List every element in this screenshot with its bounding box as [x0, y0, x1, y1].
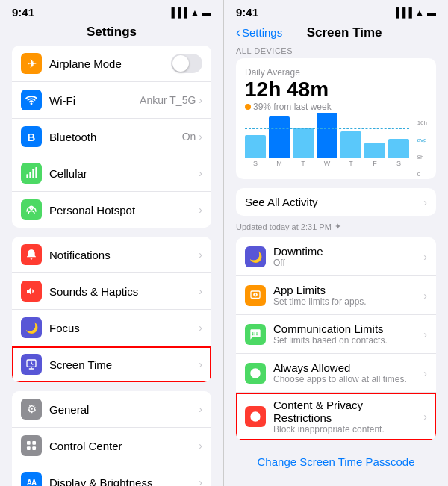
communication-limits-row[interactable]: Communication Limits Set limits based on… — [236, 315, 436, 354]
control-center-chevron: › — [199, 440, 202, 452]
hotspot-row[interactable]: Personal Hotspot › — [12, 192, 211, 228]
focus-chevron: › — [199, 322, 202, 334]
daily-avg-label: Daily Average — [245, 67, 427, 78]
grid-8h: 8h — [417, 154, 427, 161]
system1-section: Notifications › Sounds & Haptics › 🌙 Foc… — [12, 237, 211, 382]
chart-bar-t2: T — [340, 131, 361, 167]
focus-icon: 🌙 — [21, 317, 42, 338]
wifi-label: Wi-Fi — [49, 94, 140, 107]
chart-bar-f: F — [364, 143, 385, 167]
comm-limits-icon — [245, 324, 266, 345]
back-button[interactable]: ‹ Settings — [236, 25, 282, 40]
right-status-bar: 9:41 ▐▐▐ ▲ ▬ — [224, 0, 448, 22]
always-allowed-text: Always Allowed Choose apps to allow at a… — [273, 361, 423, 384]
day-s1: S — [253, 160, 258, 167]
bluetooth-icon: B — [21, 126, 42, 147]
bar-s1 — [245, 135, 266, 158]
sparkle-icon: ✦ — [335, 222, 341, 231]
svg-point-0 — [31, 103, 31, 104]
signal-icon: ▐▐▐ — [169, 7, 188, 18]
sounds-row[interactable]: Sounds & Haptics › — [12, 273, 211, 310]
daily-avg-time: 12h 48m — [245, 78, 427, 102]
content-privacy-text: Content & Privacy Restrictions Block ina… — [273, 399, 423, 434]
app-limits-subtitle: Set time limits for apps. — [273, 296, 423, 307]
chart-container: S M T W T — [245, 118, 427, 170]
see-all-label: See All Activity — [245, 196, 423, 208]
change-text: 39% from last week — [253, 102, 332, 112]
always-allowed-chevron: › — [423, 367, 427, 379]
cellular-row[interactable]: Cellular › — [12, 155, 211, 192]
bar-chart: S M T W T — [245, 118, 427, 170]
comm-limits-subtitle: Set limits based on contacts. — [273, 335, 423, 346]
right-time: 9:41 — [236, 6, 258, 19]
airplane-toggle[interactable] — [171, 54, 202, 73]
bluetooth-label: Bluetooth — [49, 131, 182, 143]
content-privacy-chevron: › — [423, 411, 427, 423]
wifi-row-icon — [21, 90, 42, 110]
hotspot-chevron: › — [199, 204, 202, 216]
always-allowed-icon — [245, 363, 266, 384]
content-privacy-subtitle: Block inappropriate content. — [273, 424, 423, 434]
sounds-chevron: › — [199, 285, 202, 297]
cellular-chevron: › — [199, 167, 202, 179]
right-battery-icon: ▬ — [427, 7, 436, 18]
left-status-icons: ▐▐▐ ▲ ▬ — [169, 7, 211, 18]
screen-time-chevron: › — [199, 358, 202, 370]
screen-time-title: Screen Time — [282, 25, 406, 40]
control-center-label: Control Center — [49, 440, 199, 452]
connectivity-section: ✈ Airplane Mode Wi-Fi Ankur T_5G — [12, 46, 211, 228]
downtime-title: Downtime — [273, 245, 423, 258]
hotspot-label: Personal Hotspot — [49, 204, 199, 216]
day-t2: T — [349, 160, 353, 167]
grid-0: 0 — [417, 171, 427, 178]
sounds-label: Sounds & Haptics — [49, 285, 199, 298]
back-label: Settings — [242, 26, 282, 39]
battery-icon: ▬ — [202, 7, 211, 18]
always-allowed-row[interactable]: Always Allowed Choose apps to allow at a… — [236, 354, 436, 393]
change-passcode-link[interactable]: Change Screen Time Passcode — [224, 449, 448, 474]
screen-time-row[interactable]: Screen Time › — [12, 346, 211, 382]
notifications-row[interactable]: Notifications › — [12, 237, 211, 273]
all-devices-label: ALL DEVICES — [224, 46, 448, 58]
bluetooth-chevron: › — [199, 131, 202, 143]
chart-bar-w: W — [317, 113, 337, 167]
svg-rect-1 — [26, 174, 28, 178]
app-limits-text: App Limits Set time limits for apps. — [273, 284, 423, 307]
content-privacy-row[interactable]: Content & Privacy Restrictions Block ina… — [236, 393, 436, 440]
control-center-row[interactable]: Control Center › — [12, 428, 211, 464]
general-chevron: › — [199, 403, 202, 415]
focus-row[interactable]: 🌙 Focus › — [12, 310, 211, 346]
downtime-row[interactable]: 🌙 Downtime Off › — [236, 237, 436, 276]
day-w: W — [324, 160, 331, 167]
downtime-icon: 🌙 — [245, 246, 266, 267]
notifications-chevron: › — [199, 249, 202, 261]
cellular-label: Cellular — [49, 167, 199, 180]
bar-t2 — [340, 131, 361, 158]
display-row[interactable]: AA Display & Brightness › — [12, 464, 211, 486]
always-allowed-title: Always Allowed — [273, 361, 423, 374]
bar-m — [269, 116, 290, 158]
svg-rect-9 — [27, 446, 31, 450]
wifi-row[interactable]: Wi-Fi Ankur T_5G › — [12, 82, 211, 119]
hotspot-icon — [21, 199, 42, 220]
downtime-chevron: › — [423, 251, 427, 263]
app-limits-row[interactable]: App Limits Set time limits for apps. › — [236, 276, 436, 315]
bar-s2 — [388, 139, 409, 158]
airplane-mode-row[interactable]: ✈ Airplane Mode — [12, 46, 211, 82]
day-s2: S — [396, 160, 401, 167]
airplane-icon: ✈ — [21, 53, 42, 74]
general-row[interactable]: ⚙ General › — [12, 391, 211, 428]
comm-limits-chevron: › — [423, 328, 427, 340]
bluetooth-row[interactable]: B Bluetooth On › — [12, 119, 211, 155]
screen-time-panel: 9:41 ▐▐▐ ▲ ▬ ‹ Settings Screen Time ALL … — [224, 0, 448, 486]
wifi-icon: ▲ — [190, 7, 199, 18]
daily-avg-card: Daily Average 12h 48m 39% from last week… — [236, 58, 436, 179]
general-icon: ⚙ — [21, 399, 42, 420]
change-dot — [245, 104, 251, 110]
general-label: General — [49, 403, 199, 416]
screen-time-settings-group: 🌙 Downtime Off › App Limits — [236, 237, 436, 440]
control-center-icon — [21, 435, 42, 456]
focus-label: Focus — [49, 322, 199, 334]
app-limits-title: App Limits — [273, 284, 423, 296]
see-all-activity-row[interactable]: See All Activity › — [236, 188, 436, 216]
